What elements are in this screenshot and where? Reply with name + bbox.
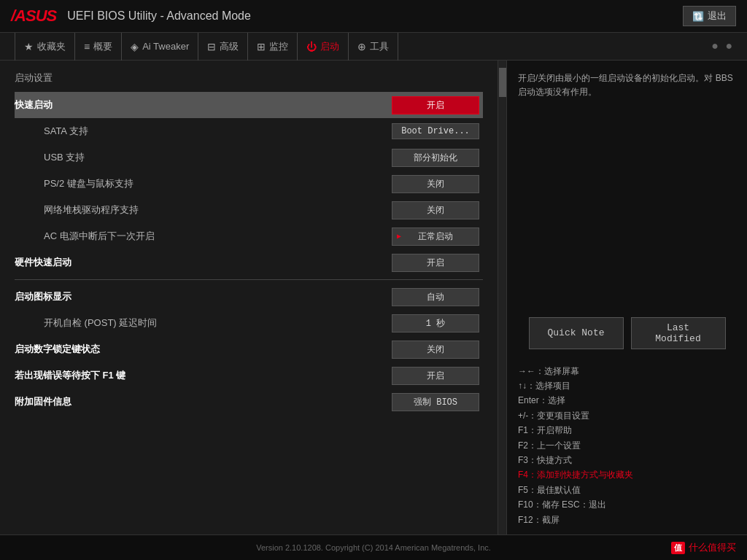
fast-boot-label: 快速启动	[15, 98, 388, 112]
section-title: 启动设置	[15, 71, 483, 85]
triangle-icon: ▶	[397, 232, 401, 241]
overview-icon: ≡	[84, 41, 90, 52]
key-help-f5: F5：最佳默认值	[518, 483, 736, 497]
header-title: UEFI BIOS Utility - Advanced Mode	[67, 9, 683, 23]
scrollbar-track[interactable]	[498, 61, 506, 534]
addon-info-value[interactable]: 强制 BIOS	[388, 393, 483, 411]
key-help-f4: F4：添加到快捷方式与收藏夹	[518, 467, 736, 482]
row-sata-support: SATA 支持 Boot Drive...	[15, 118, 483, 144]
header: /ASUS UEFI BIOS Utility - Advanced Mode …	[0, 0, 747, 33]
key-help-f12: F12：截屏	[518, 513, 736, 527]
row-ps2-support: PS/2 键盘与鼠标支持 关闭	[15, 171, 483, 197]
footer-logo-icon: 值	[671, 542, 685, 554]
sata-support-label: SATA 支持	[29, 125, 388, 138]
row-fast-boot: 快速启动 开启	[15, 92, 483, 118]
row-ac-power: AC 电源中断后下一次开启 ▶ 正常启动	[15, 223, 483, 249]
boot-logo-value[interactable]: 自动	[388, 288, 483, 306]
numlock-btn[interactable]: 关闭	[392, 341, 479, 359]
row-error-wait: 若出现错误等待按下 F1 键 开启	[15, 362, 483, 389]
nav-ai-tweaker[interactable]: ◈ Ai Tweaker	[122, 33, 198, 61]
advanced-icon: ⊟	[207, 41, 216, 52]
help-text: 开启/关闭由最小的一组启动设备的初始化启动。对 BBS 启动选项没有作用。	[507, 61, 747, 310]
error-wait-btn[interactable]: 开启	[392, 367, 479, 385]
nav-monitor-label: 监控	[269, 40, 288, 53]
key-help-f3: F3：快捷方式	[518, 453, 736, 467]
network-support-value[interactable]: 关闭	[388, 201, 483, 219]
key-help-change: +/-：变更项目设置	[518, 408, 736, 423]
nav-monitor[interactable]: ⊞ 监控	[248, 33, 298, 61]
network-support-btn[interactable]: 关闭	[392, 201, 479, 219]
right-panel: 开启/关闭由最小的一组启动设备的初始化启动。对 BBS 启动选项没有作用。 Qu…	[506, 61, 747, 534]
exit-label: 退出	[708, 9, 727, 23]
last-modified-button[interactable]: Last Modified	[631, 317, 726, 349]
asus-logo: /ASUS	[11, 7, 56, 26]
nav-dots: ● ●	[711, 40, 732, 53]
key-help-select-item: ↑↓：选择项目	[518, 378, 736, 393]
addon-info-label: 附加固件信息	[15, 395, 388, 408]
nav-advanced[interactable]: ⊟ 高级	[198, 33, 248, 61]
row-boot-logo: 启动图标显示 自动	[15, 284, 483, 310]
row-usb-support: USB 支持 部分初始化	[15, 144, 483, 171]
hw-fast-boot-label: 硬件快速启动	[15, 256, 388, 269]
footer: Version 2.10.1208. Copyright (C) 2014 Am…	[0, 534, 747, 560]
quick-buttons-area: Quick Note Last Modified	[507, 310, 747, 357]
divider-1	[15, 279, 483, 280]
left-panel: 启动设置 快速启动 开启 SATA 支持 Boot Drive... USB 支…	[0, 61, 498, 534]
ai-tweaker-icon: ◈	[131, 41, 139, 52]
nav-tools[interactable]: ⊕ 工具	[349, 33, 398, 61]
exit-button[interactable]: 🔃 退出	[683, 6, 736, 26]
ac-power-value[interactable]: ▶ 正常启动	[388, 228, 483, 246]
nav-favorites-label: 收藏夹	[37, 40, 66, 53]
post-delay-value[interactable]: 1 秒	[388, 314, 483, 332]
nav-overview[interactable]: ≡ 概要	[75, 33, 122, 61]
nav-ai-tweaker-label: Ai Tweaker	[142, 41, 189, 52]
key-help-f10-esc: F10：储存 ESC：退出	[518, 497, 736, 512]
post-delay-label: 开机自检 (POST) 延迟时间	[29, 316, 388, 330]
ps2-support-label: PS/2 键盘与鼠标支持	[29, 177, 388, 190]
row-hw-fast-boot: 硬件快速启动 开启	[15, 249, 483, 276]
usb-support-btn[interactable]: 部分初始化	[392, 149, 479, 167]
error-wait-value[interactable]: 开启	[388, 367, 483, 385]
boot-logo-label: 启动图标显示	[15, 290, 388, 303]
post-delay-btn[interactable]: 1 秒	[392, 314, 479, 332]
key-help: →←：选择屏幕 ↑↓：选择项目 Enter：选择 +/-：变更项目设置 F1：开…	[507, 357, 747, 534]
numlock-label: 启动数字锁定键状态	[15, 343, 388, 356]
row-network-support: 网络堆栈驱动程序支持 关闭	[15, 197, 483, 223]
favorites-icon: ★	[24, 41, 34, 52]
nav-boot[interactable]: ⏻ 启动	[298, 33, 349, 61]
fast-boot-btn[interactable]: 开启	[392, 96, 479, 114]
error-wait-label: 若出现错误等待按下 F1 键	[15, 369, 388, 382]
footer-logo: 值 什么值得买	[671, 541, 736, 554]
hw-fast-boot-value[interactable]: 开启	[388, 254, 483, 272]
row-numlock: 启动数字锁定键状态 关闭	[15, 336, 483, 362]
row-addon-info: 附加固件信息 强制 BIOS	[15, 389, 483, 415]
ps2-support-value[interactable]: 关闭	[388, 175, 483, 193]
network-support-label: 网络堆栈驱动程序支持	[29, 203, 388, 217]
key-help-f1: F1：开启帮助	[518, 423, 736, 438]
scrollbar-thumb[interactable]	[499, 68, 506, 97]
footer-text: Version 2.10.1208. Copyright (C) 2014 Am…	[256, 543, 491, 552]
key-help-enter: Enter：选择	[518, 393, 736, 408]
fast-boot-value[interactable]: 开启	[388, 96, 483, 114]
nav-overview-label: 概要	[93, 40, 112, 53]
ac-power-btn[interactable]: ▶ 正常启动	[392, 228, 479, 246]
row-post-delay: 开机自检 (POST) 延迟时间 1 秒	[15, 310, 483, 336]
boot-logo-btn[interactable]: 自动	[392, 288, 479, 306]
nav-bar: ★ 收藏夹 ≡ 概要 ◈ Ai Tweaker ⊟ 高级 ⊞ 监控 ⏻ 启动 ⊕…	[0, 33, 747, 61]
main-area: 启动设置 快速启动 开启 SATA 支持 Boot Drive... USB 支…	[0, 61, 747, 534]
quick-note-button[interactable]: Quick Note	[529, 317, 624, 349]
ac-power-label: AC 电源中断后下一次开启	[29, 230, 388, 243]
ps2-support-btn[interactable]: 关闭	[392, 175, 479, 193]
hw-fast-boot-btn[interactable]: 开启	[392, 254, 479, 272]
nav-tools-label: 工具	[370, 40, 389, 53]
sata-support-value[interactable]: Boot Drive...	[388, 123, 483, 139]
addon-info-btn[interactable]: 强制 BIOS	[392, 393, 479, 411]
usb-support-value[interactable]: 部分初始化	[388, 149, 483, 167]
boot-icon: ⏻	[306, 41, 317, 52]
numlock-value[interactable]: 关闭	[388, 341, 483, 359]
key-help-f2: F2：上一个设置	[518, 438, 736, 453]
sata-support-btn[interactable]: Boot Drive...	[392, 123, 479, 139]
tools-icon: ⊕	[357, 41, 366, 52]
nav-favorites[interactable]: ★ 收藏夹	[15, 33, 75, 61]
nav-boot-label: 启动	[320, 40, 339, 53]
